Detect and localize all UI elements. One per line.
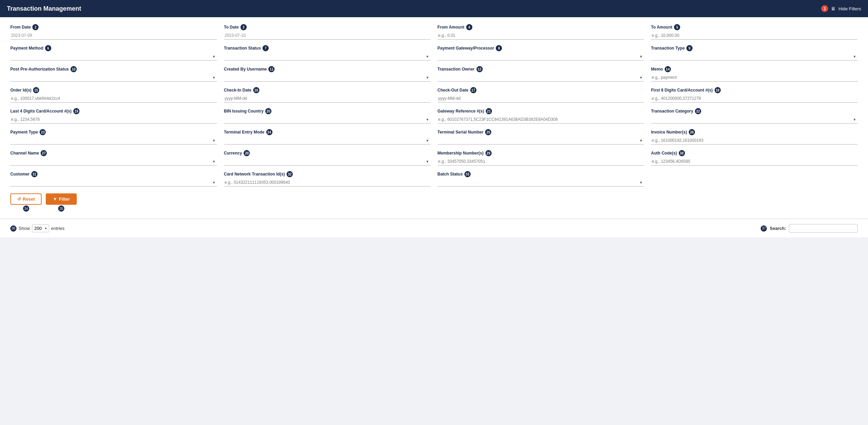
transaction-category-badge: 22 [695,108,701,114]
entries-select[interactable]: 10 25 50 100 200 [32,224,49,232]
filter-check-in-date: Check-In Date 16 [224,87,431,103]
page-title: Transaction Management [7,5,81,12]
filter-memo: Memo 14 [651,66,858,82]
filter-membership-numbers: Membership Number(s) 29 [438,150,644,166]
check-out-date-badge: 17 [470,87,476,93]
payment-gateway-select[interactable] [438,53,644,60]
bin-issuing-country-select-wrapper: ▼ [224,116,431,124]
customer-badge: 31 [31,171,37,177]
terminal-entry-mode-select[interactable] [224,137,431,144]
hide-filters-label: Hide Filters [838,6,861,11]
created-by-badge: 11 [268,66,275,72]
filter-transaction-category: Transaction Category 22 ▼ [651,108,858,124]
terminal-serial-number-select[interactable] [438,137,644,144]
payment-method-select[interactable] [10,53,217,60]
from-amount-input[interactable] [438,32,644,40]
filter-to-date: To Date 3 [224,24,431,40]
transaction-category-select[interactable] [651,116,858,123]
post-pre-auth-select[interactable] [10,74,217,81]
from-date-input[interactable] [10,32,217,40]
filter-button-wrapper: ▼ Filter 35 [46,193,77,212]
filter-terminal-serial-number: Terminal Serial Number 25 ▼ [438,129,644,145]
filter-auth-codes: Auth Code(s) 30 [651,150,858,166]
check-out-date-label: Check-Out Date [438,88,469,93]
currency-label: Currency [224,151,242,156]
filter-button[interactable]: ▼ Filter [46,193,77,205]
show-entries: 36 Show 10 25 50 100 200 entries [10,224,65,232]
from-date-badge: 2 [32,24,39,30]
filter-check-out-date: Check-Out Date 17 [438,87,644,103]
payment-gateway-select-wrapper: ▼ [438,53,644,61]
payment-method-select-wrapper: ▼ [10,53,217,61]
currency-select[interactable] [224,158,431,165]
invoice-numbers-input[interactable] [651,137,858,145]
filter-post-pre-auth: Post Pre-Authorization Status 10 ▼ [10,66,217,82]
payment-type-badge: 23 [40,129,46,135]
filter-transaction-status: Transaction Status 7 ▼ [224,45,431,61]
search-badge: 37 [761,225,767,232]
notification-badge: 1 [821,5,828,12]
reset-button[interactable]: ↺ Reset [10,193,42,205]
memo-input[interactable] [651,74,858,82]
currency-select-wrapper: ▼ [224,158,431,166]
batch-status-select[interactable] [438,179,644,186]
header-actions: 1 🖥 Hide Filters [821,5,861,12]
to-amount-input[interactable] [651,32,858,40]
filter-currency: Currency 28 ▼ [224,150,431,166]
check-out-date-input[interactable] [438,95,644,103]
first-8-digits-badge: 18 [715,87,721,93]
customer-select[interactable] [10,179,217,186]
filter-gateway-reference: Gateway Reference #(s) 21 [438,108,644,124]
filters-panel: From Date 2 To Date 3 From Amount 4 To A… [0,17,868,219]
filter-created-by: Created By Username 11 ▼ [224,66,431,82]
header: Transaction Management 1 🖥 Hide Filters [0,0,868,17]
transaction-status-label: Transaction Status [224,46,261,51]
customer-select-wrapper: ▼ [10,179,217,187]
channel-name-select-wrapper: ▼ [10,158,217,166]
created-by-label: Created By Username [224,67,267,72]
transaction-type-label: Transaction Type [651,46,685,51]
from-amount-label: From Amount [438,25,464,30]
terminal-serial-number-select-wrapper: ▼ [438,137,644,145]
search-input[interactable] [789,224,858,233]
auth-codes-input[interactable] [651,158,858,166]
order-ids-badge: 15 [33,87,39,93]
last-4-digits-input[interactable] [10,116,217,124]
terminal-entry-mode-badge: 24 [266,129,272,135]
memo-label: Memo [651,67,663,72]
bin-issuing-country-badge: 20 [265,108,271,114]
transaction-type-select[interactable] [651,53,858,60]
membership-numbers-input[interactable] [438,158,644,166]
hide-filters-button[interactable]: Hide Filters [838,6,861,11]
filter-payment-type: Payment Type 23 ▼ [10,129,217,145]
transaction-type-badge: 9 [686,45,693,51]
transaction-owner-select[interactable] [438,74,644,81]
terminal-entry-mode-label: Terminal Entry Mode [224,130,265,135]
created-by-select[interactable] [224,74,431,81]
terminal-serial-number-label: Terminal Serial Number [438,130,484,135]
filter-from-date: From Date 2 [10,24,217,40]
channel-name-select[interactable] [10,158,217,165]
to-date-label: To Date [224,25,239,30]
bin-issuing-country-select[interactable] [224,116,431,123]
filter-invoice-numbers: Invoice Number(s) 26 [651,129,858,145]
payment-type-label: Payment Type [10,130,38,135]
reset-button-wrapper: ↺ Reset 34 [10,193,42,212]
card-network-transaction-ids-input[interactable] [224,179,431,187]
filter-order-ids: Order Id(s) 15 [10,87,217,103]
transaction-status-select[interactable] [224,53,431,60]
payment-type-select[interactable] [10,137,217,144]
post-pre-auth-label: Post Pre-Authorization Status [10,67,69,72]
search-area: 37 Search: [761,224,858,233]
first-8-digits-input[interactable] [651,95,858,103]
order-ids-input[interactable] [10,95,217,103]
filter-badge: 35 [58,205,64,212]
to-date-badge: 3 [240,24,247,30]
check-in-date-input[interactable] [224,95,431,103]
to-date-input[interactable] [224,32,431,40]
payment-type-select-wrapper: ▼ [10,137,217,145]
transaction-owner-select-wrapper: ▼ [438,74,644,82]
gateway-reference-input[interactable] [438,116,644,124]
card-network-transaction-ids-label: Card Network Transaction Id(s) [224,172,285,177]
filter-card-network-transaction-ids: Card Network Transaction Id(s) 32 [224,171,431,187]
